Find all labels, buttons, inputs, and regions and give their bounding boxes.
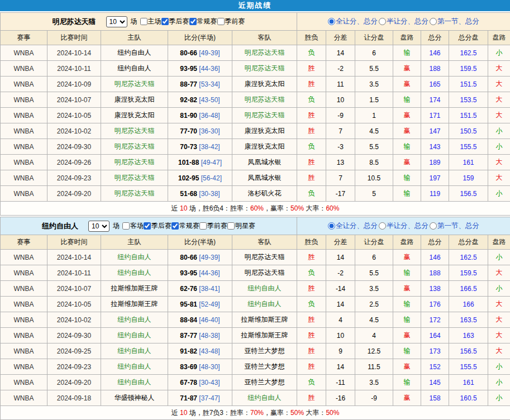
total-line-cell: 155.5 (449, 359, 488, 375)
team-filter-row: 纽约自由人 10 场 客场季后赛常规赛季前赛明星赛 全让分、总分半让分、总分第一… (1, 217, 510, 235)
away-team-cell: 拉斯维加斯王牌 (232, 328, 297, 343)
league-cell: WNBA (1, 297, 47, 312)
total-points-cell: 172 (421, 312, 449, 328)
score-cell: 80-66 [49-39] (168, 45, 232, 61)
view-mode-radio-group: 全让分、总分半让分、总分第一节、总分 (328, 17, 479, 26)
half-handicap-total-radio-input[interactable] (379, 18, 386, 25)
recent-count-select[interactable]: 10 (88, 221, 109, 232)
over-under-cell: 小 (488, 123, 510, 139)
win-loss-cell: 胜 (297, 170, 326, 186)
total-points-cell: 189 (421, 155, 449, 170)
total-line-cell: 163 (449, 328, 488, 343)
radio-label: 半让分、总分 (387, 221, 428, 231)
win-loss-cell: 胜 (297, 108, 326, 123)
away-games-checkbox-input[interactable] (122, 222, 130, 230)
first-quarter-total-radio-input[interactable] (430, 18, 437, 25)
first-quarter-total-radio[interactable]: 第一节、总分 (430, 221, 479, 231)
total-points-cell: 146 (421, 45, 449, 61)
half-score: [49-39] (197, 254, 220, 261)
first-quarter-total-radio-input[interactable] (430, 222, 437, 230)
score-cell: 87-77 [48-38] (168, 328, 232, 343)
half-score: [38-41] (197, 285, 220, 293)
half-score: [37-47] (197, 394, 220, 402)
handicap-result-cell: 输 (393, 375, 421, 390)
final-score: 92-82 (180, 96, 197, 104)
checkbox-label: 季前赛 (225, 17, 245, 26)
final-score: 80-66 (180, 49, 197, 57)
margin-cell: 14 (326, 297, 355, 312)
date-cell: 2024-09-23 (47, 359, 101, 375)
date-cell: 2024-10-07 (47, 92, 101, 108)
win-loss-cell: 负 (297, 265, 326, 281)
away-games-checkbox[interactable]: 客场 (122, 221, 144, 231)
half-score: [38-42] (197, 143, 220, 151)
away-team-cell: 洛杉矶火花 (232, 186, 297, 202)
handicap-result-cell: 输 (393, 170, 421, 186)
first-quarter-total-radio[interactable]: 第一节、总分 (430, 17, 479, 26)
radio-label: 半让分、总分 (387, 17, 428, 26)
full-handicap-total-radio-input[interactable] (328, 18, 335, 25)
column-header-row: 赛事比赛时间主队比分(半场)客队胜负分差让分盘盘路总分总分盘盘路 (1, 31, 510, 45)
full-handicap-total-radio[interactable]: 全让分、总分 (328, 221, 378, 231)
score-cell: 91-82 [43-48] (168, 343, 232, 359)
half-score: [30-43] (197, 379, 220, 386)
over-under-cell: 小 (488, 390, 510, 406)
final-score: 62-76 (180, 285, 197, 293)
count-suffix-label: 场 (113, 221, 120, 231)
summary-text: 60% (250, 204, 264, 212)
over-under-cell: 小 (488, 139, 510, 155)
league-cell: WNBA (1, 281, 47, 297)
preseason-checkbox-input[interactable] (199, 222, 207, 230)
half-handicap-total-radio-input[interactable] (379, 222, 386, 230)
playoffs-checkbox-input[interactable] (144, 222, 151, 230)
home-games-checkbox-input[interactable] (140, 18, 147, 25)
margin-cell: -2 (326, 265, 355, 281)
margin-cell: -9 (326, 108, 355, 123)
column-header: 比赛时间 (47, 31, 101, 45)
final-score: 95-81 (180, 300, 197, 308)
regular-season-checkbox[interactable]: 常规赛 (189, 17, 217, 26)
margin-cell: 14 (326, 45, 355, 61)
date-cell: 2024-10-11 (47, 265, 101, 281)
full-handicap-total-radio-input[interactable] (328, 222, 335, 230)
summary-text: 50% (290, 409, 304, 417)
regular-season-checkbox[interactable]: 常规赛 (171, 221, 199, 231)
playoffs-checkbox-input[interactable] (161, 18, 169, 25)
column-header: 客队 (232, 31, 297, 45)
margin-cell: 10 (326, 328, 355, 343)
date-cell: 2024-09-20 (47, 375, 101, 390)
score-cell: 67-78 [30-43] (168, 375, 232, 390)
summary-text: 近 (171, 204, 180, 212)
checkbox-label: 常规赛 (179, 221, 199, 231)
half-handicap-total-radio[interactable]: 半让分、总分 (379, 17, 428, 26)
playoffs-checkbox[interactable]: 季后赛 (161, 17, 189, 26)
preseason-checkbox[interactable]: 季前赛 (199, 221, 227, 231)
game-row: WNBA2024-09-25纽约自由人91-82 [43-48]亚特兰大梦想胜9… (1, 343, 510, 359)
recent-count-select[interactable]: 10 (106, 16, 127, 27)
summary-text: 10 (180, 204, 187, 212)
half-handicap-total-radio[interactable]: 半让分、总分 (379, 221, 428, 231)
preseason-checkbox-input[interactable] (217, 18, 225, 25)
score-cell: 70-73 [38-42] (168, 139, 232, 155)
league-cell: WNBA (1, 375, 47, 390)
handicap-line-cell: 4 (355, 328, 393, 343)
win-loss-cell: 胜 (297, 281, 326, 297)
half-score: [48-30] (197, 363, 220, 371)
playoffs-checkbox[interactable]: 季后赛 (144, 221, 171, 231)
column-header: 让分盘 (355, 31, 393, 45)
date-cell: 2024-09-30 (47, 328, 101, 343)
home-games-checkbox[interactable]: 主场 (140, 17, 161, 26)
regular-season-checkbox-input[interactable] (171, 222, 179, 230)
regular-season-checkbox-input[interactable] (189, 18, 197, 25)
score-cell: 102-95 [56-42] (168, 170, 232, 186)
total-points-cell: 147 (421, 123, 449, 139)
home-team-cell: 纽约自由人 (101, 61, 168, 77)
all-star-checkbox-input[interactable] (227, 222, 235, 230)
win-loss-cell: 胜 (297, 250, 326, 265)
handicap-result-cell: 输 (393, 139, 421, 155)
full-handicap-total-radio[interactable]: 全让分、总分 (328, 17, 378, 26)
preseason-checkbox[interactable]: 季前赛 (217, 17, 245, 26)
column-header: 比分(半场) (168, 235, 232, 250)
column-header: 主队 (101, 31, 168, 45)
all-star-checkbox[interactable]: 明星赛 (227, 221, 255, 231)
